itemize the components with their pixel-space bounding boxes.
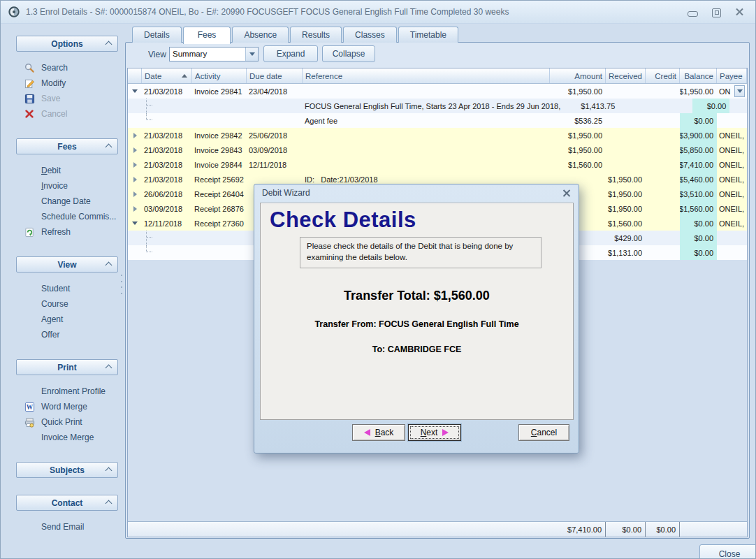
collapse-button[interactable]: Collapse [322,45,375,62]
close-button[interactable]: Close [699,544,756,559]
grid-header-spacer [128,68,142,83]
row-expand-arrow-icon[interactable] [133,191,137,197]
window-close-button[interactable] [735,6,744,19]
sidebar-item-label: Course [41,299,68,309]
tab-timetable[interactable]: Timetable [398,27,458,43]
grid-row[interactable]: 21/03/2018Invoice 2984303/09/2018$1,950.… [128,143,747,157]
tree-line [146,113,153,120]
sidebar-item-label: Cancel [41,109,67,119]
chevron-up-icon [106,365,112,372]
view-select-dropdown-button[interactable] [245,48,258,61]
cell-activity: Invoice 29841 [192,84,247,99]
cell-date [142,231,192,245]
cell-payee [717,113,747,128]
cell-received [618,99,658,113]
cancel-button[interactable]: Cancel [518,424,569,441]
column-header-received[interactable]: Received [606,68,646,83]
row-collapse-arrow-icon[interactable] [132,89,138,93]
row-expand-arrow-icon[interactable] [133,133,137,138]
row-expander-cell [128,187,142,201]
sidebar-section-options: OptionsSearchModifySaveCancel [8,36,125,122]
cell-received: $1,950.00 [606,187,646,201]
row-expander-cell [128,113,142,128]
cell-credit [646,201,680,216]
chevron-down-icon [249,52,255,56]
column-header-date[interactable]: Date [142,68,192,83]
row-collapse-arrow-icon[interactable] [132,222,138,225]
sidebar-item-offer[interactable]: Offer [8,327,125,342]
next-button[interactable]: Next [408,424,461,441]
tab-classes[interactable]: Classes [343,27,397,43]
sidebar-item-debit[interactable]: Debit [8,163,125,178]
sidebar-item-label: Send Email [41,522,84,532]
section-header-print[interactable]: Print [16,359,118,375]
sidebar-item-quick-print[interactable]: Quick Print [8,414,125,430]
row-expand-arrow-icon[interactable] [133,206,137,212]
section-header-label: Options [51,39,82,49]
sidebar-item-course[interactable]: Course [8,296,125,312]
minimize-button[interactable] [688,11,698,17]
tab-details[interactable]: Details [132,27,182,43]
dialog-close-icon[interactable] [561,189,572,198]
section-header-fees[interactable]: Fees [16,138,118,154]
cell-due-date: 23/04/2018 [247,84,303,99]
column-header-activity[interactable]: Activity [192,68,247,83]
transfer-total: Transfer Total: $1,560.00 [261,289,573,303]
sidebar-splitter-handle[interactable] [119,275,124,294]
sidebar-item-refresh[interactable]: Refresh [8,224,125,240]
row-expander-cell [128,216,142,231]
sidebar-item-search[interactable]: Search [8,60,125,75]
tree-line [146,99,153,113]
sidebar-item-word-merge[interactable]: WWord Merge [8,399,125,414]
cell-balance: $0.00 [680,113,717,128]
cancel-icon [23,108,36,119]
expand-button[interactable]: Expand [263,45,318,62]
column-header-due[interactable]: Due date [247,68,303,83]
grid-row[interactable]: 21/03/2018Invoice 2984123/04/2018$1,950.… [128,84,747,99]
cell-received: $1,560.00 [606,216,646,231]
grid-row[interactable]: 21/03/2018Invoice 2984412/11/2018$1,560.… [128,157,747,172]
column-header-amount[interactable]: Amount [550,68,606,83]
sidebar-item-invoice-merge[interactable]: Invoice Merge [8,430,125,445]
row-expand-arrow-icon[interactable] [133,147,137,153]
column-header-reference[interactable]: Reference [303,68,550,83]
sidebar-item-schedule-commis[interactable]: Schedule Commis... [8,209,125,224]
grid-row[interactable]: FOCUS General English Full Time, Starts … [128,99,747,113]
tab-absence[interactable]: Absence [232,27,289,43]
section-header-view[interactable]: View [16,256,118,273]
cell-due-date [247,113,303,128]
cell-date: 21/03/2018 [142,84,192,99]
view-select[interactable]: Summary [169,47,259,61]
sidebar-item-send-email[interactable]: Send Email [8,519,125,535]
maximize-button[interactable] [712,8,721,17]
section-header-options[interactable]: Options [16,36,118,52]
sidebar-item-agent[interactable]: Agent [8,312,125,327]
sidebar-section-subjects: Subjects [8,462,125,478]
sidebar-item-change-date[interactable]: Change Date [8,194,125,209]
sidebar-item-modify[interactable]: Modify [8,75,125,91]
search-icon [23,62,36,73]
payee-dropdown-button[interactable] [734,85,745,97]
grid-row[interactable]: Agent fee$536.25$0.00 [128,113,747,128]
row-expand-arrow-icon[interactable] [133,162,137,168]
grid-row[interactable]: 21/03/2018Invoice 2984225/06/2018$1,950.… [128,128,747,143]
section-header-subjects[interactable]: Subjects [16,462,118,478]
column-header-credit[interactable]: Credit [646,68,680,83]
sidebar-item-save[interactable]: Save [8,91,125,106]
sidebar-item-enrolment-profile[interactable]: Enrolment Profile [8,384,125,399]
tab-fees[interactable]: Fees [183,27,231,44]
column-header-label: Balance [684,72,713,80]
sidebar-item-student[interactable]: Student [8,281,125,296]
total-credit: $0.00 [606,522,646,537]
sidebar-item-invoice[interactable]: Invoice [8,178,125,194]
column-header-balance[interactable]: Balance [680,68,717,83]
back-button[interactable]: Back [352,424,405,441]
sidebar-item-cancel[interactable]: Cancel [8,106,125,122]
column-header-payee[interactable]: Payee [717,68,747,83]
no-icon [23,180,36,191]
tab-results[interactable]: Results [290,27,342,43]
cell-activity: Receipt 26876 [192,201,247,216]
section-header-contact[interactable]: Contact [16,495,118,511]
row-expand-arrow-icon[interactable] [133,177,137,182]
sidebar-item-label: Modify [41,78,66,88]
